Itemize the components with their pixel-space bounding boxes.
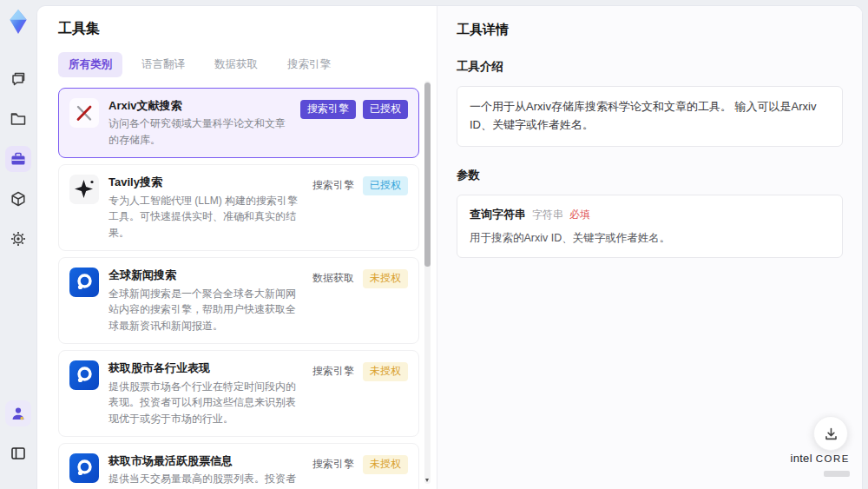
tool-card[interactable]: 全球新闻搜索 全球新闻搜索是一个聚合全球各大新闻网站内容的搜索引擎，帮助用户快速…: [58, 257, 419, 344]
category-tabs: 所有类别 语言翻译 数据获取 搜索引擎: [58, 52, 419, 77]
tool-tags: 数据获取 未授权: [311, 269, 408, 288]
folder-icon[interactable]: [5, 106, 31, 132]
auth-status-badge: 已授权: [363, 176, 408, 195]
tool-main: Tavily搜索 专为人工智能代理 (LLM) 构建的搜索引擎工具。可快速提供实…: [108, 175, 304, 241]
tool-main: 获取市场最活跃股票信息 提供当天交易量最高的股票列表。投资者可以利用这些信息来识…: [108, 453, 304, 489]
panel-toggle-icon[interactable]: [5, 440, 31, 466]
auth-status-badge: 未授权: [363, 269, 408, 288]
intel-core-sub-mark: [824, 471, 850, 477]
scrollbar-thumb[interactable]: [424, 83, 431, 267]
tool-description: 专为人工智能代理 (LLM) 构建的搜索引擎工具。可快速提供实时、准确和真实的结…: [108, 193, 304, 241]
category-badge: 搜索引擎: [311, 455, 356, 474]
page-title: 工具集: [58, 20, 419, 38]
tab-label: 数据获取: [214, 58, 258, 70]
tool-tags: 搜索引擎 未授权: [311, 362, 408, 381]
category-tab[interactable]: 语言翻译: [131, 52, 195, 77]
param-box: 查询字符串 字符串 必填 用于搜索的Arxiv ID、关键字或作者姓名。: [457, 195, 843, 259]
category-tab[interactable]: 搜索引擎: [277, 52, 341, 77]
param-desc: 用于搜索的Arxiv ID、关键字或作者姓名。: [470, 230, 830, 247]
tool-name: 获取市场最活跃股票信息: [108, 453, 304, 469]
detail-title: 工具详情: [457, 22, 843, 38]
tool-icon: [69, 453, 99, 483]
tool-detail-panel: 工具详情 工具介绍 一个用于从Arxiv存储库搜索科学论文和文章的工具。 输入可…: [437, 6, 862, 489]
tool-tags: 搜索引擎 已授权: [311, 176, 408, 195]
user-icon[interactable]: [5, 400, 31, 426]
intel-brand-text: intel: [790, 452, 812, 465]
tool-description: 访问各个研究领域大量科学论文和文章的存储库。: [108, 116, 293, 148]
param-type: 字符串: [532, 208, 563, 222]
tool-tags: 搜索引擎 已授权: [300, 100, 408, 119]
tool-card[interactable]: Arxiv文献搜索 访问各个研究领域大量科学论文和文章的存储库。 搜索引擎 已授…: [58, 88, 419, 158]
tool-card[interactable]: 获取股市各行业表现 提供股票市场各个行业在特定时间段内的表现。投资者可以利用这些…: [58, 350, 419, 437]
tool-tags: 搜索引擎 未授权: [311, 455, 408, 474]
intel-core-logo: intel CORE: [790, 452, 850, 480]
chat-icon[interactable]: [5, 66, 31, 92]
param-required-badge: 必填: [569, 208, 590, 222]
tab-label: 语言翻译: [141, 58, 185, 70]
tool-description: 提供当天交易量最高的股票列表。投资者可以利用这些信息来识别流动性强的股票和潜在的…: [108, 471, 304, 489]
tool-icon: [69, 175, 99, 204]
tool-name: Tavily搜索: [108, 175, 304, 190]
tool-description: 全球新闻搜索是一个聚合全球各大新闻网站内容的搜索引擎，帮助用户快速获取全球最新资…: [108, 286, 304, 334]
tool-main: 全球新闻搜索 全球新闻搜索是一个聚合全球各大新闻网站内容的搜索引擎，帮助用户快速…: [108, 268, 304, 334]
tool-main: Arxiv文献搜索 访问各个研究领域大量科学论文和文章的存储库。: [108, 98, 293, 148]
category-badge: 搜索引擎: [311, 362, 356, 381]
tool-name: 全球新闻搜索: [108, 268, 304, 283]
tool-icon: [69, 268, 99, 297]
category-badge: 搜索引擎: [311, 176, 356, 195]
tab-label: 搜索引擎: [287, 58, 331, 70]
intro-heading: 工具介绍: [457, 59, 843, 75]
core-brand-text: CORE: [816, 453, 850, 464]
tool-card[interactable]: Tavily搜索 专为人工智能代理 (LLM) 构建的搜索引擎工具。可快速提供实…: [58, 164, 419, 251]
list-scrollbar[interactable]: [424, 81, 431, 484]
intro-box: 一个用于从Arxiv存储库搜索科学论文和文章的工具。 输入可以是Arxiv ID…: [457, 86, 843, 147]
auth-status-badge: 已授权: [363, 100, 408, 119]
tab-label: 所有类别: [69, 58, 112, 70]
tool-icon: [69, 98, 99, 128]
tool-icon: [69, 360, 99, 390]
tool-name: Arxiv文献搜索: [108, 98, 293, 114]
app-root: 工具集 所有类别 语言翻译 数据获取 搜索引擎 Arxiv文献搜索 访问各个研究…: [0, 0, 868, 489]
params-heading: 参数: [457, 168, 843, 183]
main-window: 工具集 所有类别 语言翻译 数据获取 搜索引擎 Arxiv文献搜索 访问各个研究…: [36, 5, 863, 489]
app-logo-icon[interactable]: [5, 9, 31, 35]
tool-list: Arxiv文献搜索 访问各个研究领域大量科学论文和文章的存储库。 搜索引擎 已授…: [58, 88, 419, 489]
cube-icon[interactable]: [5, 186, 31, 212]
rail-bottom: [5, 400, 31, 489]
tool-list-panel: 工具集 所有类别 语言翻译 数据获取 搜索引擎 Arxiv文献搜索 访问各个研究…: [37, 6, 437, 489]
category-tab[interactable]: 数据获取: [204, 52, 268, 77]
auth-status-badge: 未授权: [363, 362, 408, 381]
category-tab[interactable]: 所有类别: [58, 52, 122, 77]
category-badge: 搜索引擎: [300, 100, 356, 119]
settings-gear-icon[interactable]: [5, 226, 31, 252]
download-icon: [824, 426, 838, 441]
left-rail: [0, 0, 36, 489]
tool-card[interactable]: 获取市场最活跃股票信息 提供当天交易量最高的股票列表。投资者可以利用这些信息来识…: [58, 443, 419, 489]
auth-status-badge: 未授权: [363, 455, 408, 474]
param-head: 查询字符串 字符串 必填: [470, 207, 830, 222]
tool-description: 提供股票市场各个行业在特定时间段内的表现。投资者可以利用这些信息来识别表现优于或…: [108, 379, 304, 427]
tool-main: 获取股市各行业表现 提供股票市场各个行业在特定时间段内的表现。投资者可以利用这些…: [108, 360, 304, 426]
download-button[interactable]: [813, 416, 848, 451]
toolbox-icon-active-nav[interactable]: [5, 146, 31, 172]
tool-name: 获取股市各行业表现: [108, 360, 304, 376]
category-badge: 数据获取: [311, 269, 356, 288]
intro-text: 一个用于从Arxiv存储库搜索科学论文和文章的工具。 输入可以是Arxiv ID…: [470, 98, 830, 135]
param-name: 查询字符串: [470, 207, 526, 222]
scrollbar-down-arrow[interactable]: [425, 479, 429, 482]
